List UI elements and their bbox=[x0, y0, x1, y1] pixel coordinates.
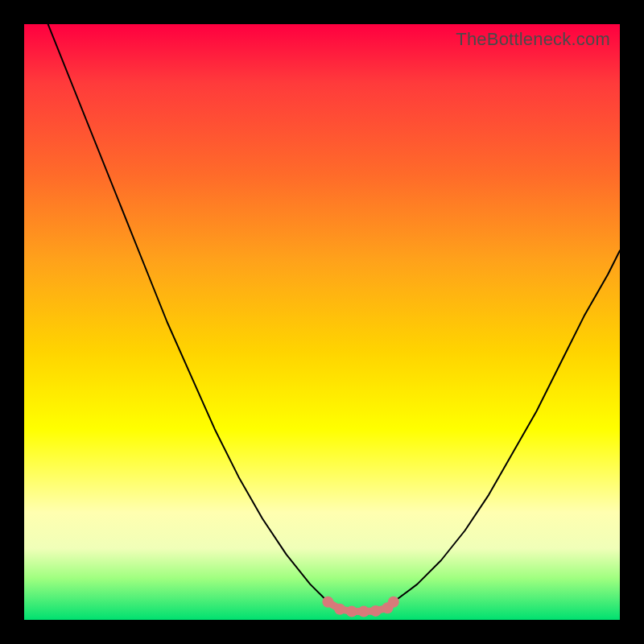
series-left-branch bbox=[48, 24, 328, 602]
chart-svg bbox=[24, 24, 620, 620]
plot-area: TheBottleneck.com bbox=[24, 24, 620, 620]
chart-frame: TheBottleneck.com bbox=[0, 0, 644, 644]
marker-dot bbox=[346, 606, 357, 617]
marker-dot bbox=[370, 605, 382, 617]
marker-dot bbox=[334, 604, 345, 615]
series-right-branch bbox=[394, 250, 620, 602]
chart-series bbox=[48, 24, 620, 612]
marker-dot bbox=[322, 597, 333, 608]
marker-dot bbox=[358, 606, 369, 617]
marker-dot bbox=[388, 597, 399, 608]
